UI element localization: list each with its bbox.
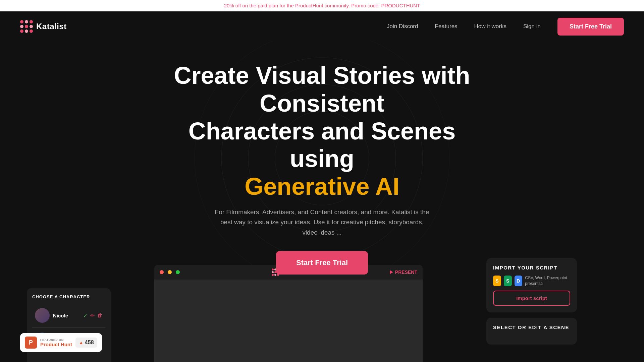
hero-title-ai: Generative AI: [154, 173, 490, 200]
logo[interactable]: Katalist: [20, 20, 67, 33]
hero-section: Create Visual Stories with Consistent Ch…: [0, 42, 644, 275]
csv-icon: S: [493, 276, 501, 286]
word-icon: S: [504, 276, 512, 286]
edit-icon[interactable]: ✏: [90, 312, 95, 319]
app-window: Katalist PRESENT: [154, 265, 423, 362]
ph-name: Product Hunt: [40, 342, 72, 347]
nav-links: Join Discord Features How it works Sign …: [387, 18, 624, 36]
nav-how-it-works[interactable]: How it works: [474, 23, 506, 30]
announcement-text: 20% off on the paid plan for the Product…: [224, 3, 420, 8]
hero-content: Create Visual Stories with Consistent Ch…: [0, 62, 644, 275]
product-hunt-icon: P: [25, 337, 37, 349]
character-row: Nicole ✓ ✏ 🗑: [32, 305, 105, 326]
right-cards: IMPORT YOUR SCRIPT S S D CSV, Word, Powe…: [486, 258, 577, 345]
ph-featured-label: FEATURED ON: [40, 338, 72, 342]
import-card-title: IMPORT YOUR SCRIPT: [493, 265, 570, 270]
logo-icon: [20, 20, 33, 33]
ph-text-wrap: FEATURED ON Product Hunt: [40, 338, 72, 347]
scene-edit-card: SELECT OR EDIT A SCENE: [486, 318, 577, 345]
hero-start-free-trial-button[interactable]: Start Free Trial: [276, 251, 368, 275]
announcement-bar: 20% off on the paid plan for the Product…: [0, 0, 644, 11]
import-card: IMPORT YOUR SCRIPT S S D CSV, Word, Powe…: [486, 258, 577, 312]
nav-join-discord[interactable]: Join Discord: [387, 23, 418, 30]
character-actions-nicole: ✓ ✏ 🗑: [83, 312, 103, 319]
character-divider: [32, 327, 105, 328]
delete-icon[interactable]: 🗑: [97, 312, 103, 318]
hero-title-line2: Characters and Scenes using: [189, 118, 455, 172]
hero-subtitle: For Filmmakers, Advertisers, and Content…: [215, 207, 429, 238]
scenes-grid: [156, 281, 158, 361]
ph-count: ▲ 458: [75, 338, 97, 348]
product-hunt-badge[interactable]: P FEATURED ON Product Hunt ▲ 458: [20, 333, 102, 352]
ph-arrow-icon: ▲: [79, 340, 84, 345]
character-name-nicole: Nicole: [53, 313, 80, 318]
file-types-text: CSV, Word, Powerpoint presentati: [525, 275, 570, 287]
logo-text: Katalist: [36, 22, 67, 31]
import-script-button[interactable]: Import script: [493, 291, 570, 306]
hero-title-line1: Create Visual Stories with Consistent: [174, 62, 470, 117]
powerpoint-icon: D: [515, 276, 523, 286]
nav-start-free-trial-button[interactable]: Start Free Trial: [557, 18, 624, 36]
navbar: Katalist Join Discord Features How it wo…: [0, 11, 644, 42]
app-content: [154, 280, 423, 362]
scene-edit-card-title: SELECT OR EDIT A SCENE: [493, 324, 570, 330]
ph-number: 458: [85, 340, 94, 346]
hero-title: Create Visual Stories with Consistent Ch…: [154, 62, 490, 200]
nav-features[interactable]: Features: [435, 23, 458, 30]
check-icon[interactable]: ✓: [83, 312, 88, 319]
character-avatar-nicole: [35, 308, 50, 323]
character-panel-title: CHOOSE A CHARACTER: [32, 294, 105, 299]
nav-sign-in[interactable]: Sign in: [523, 23, 541, 30]
file-icons: S S D CSV, Word, Powerpoint presentati: [493, 275, 570, 287]
